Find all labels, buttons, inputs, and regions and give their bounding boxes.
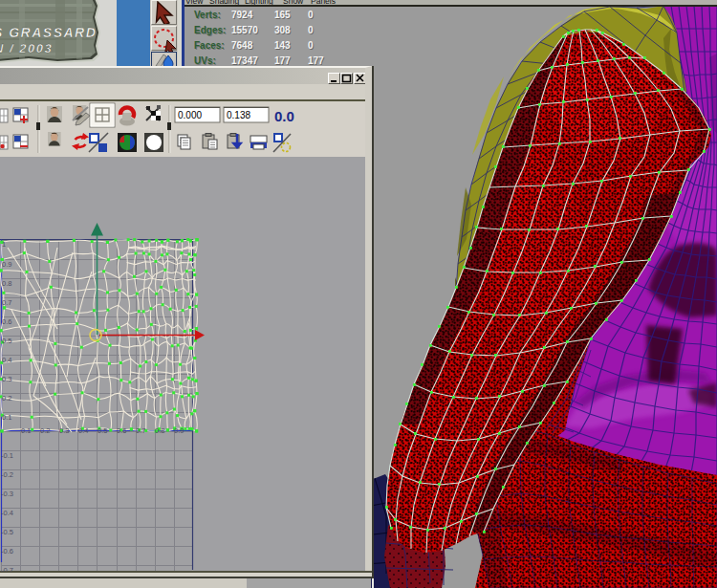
svg-text:N / 2003: N / 2003: [0, 41, 53, 55]
svg-text:0.0: 0.0: [274, 108, 294, 124]
svg-text:S GRASSARD: S GRASSARD: [0, 25, 97, 40]
svg-text:0.138: 0.138: [227, 110, 250, 120]
svg-text:0.000: 0.000: [178, 110, 202, 120]
